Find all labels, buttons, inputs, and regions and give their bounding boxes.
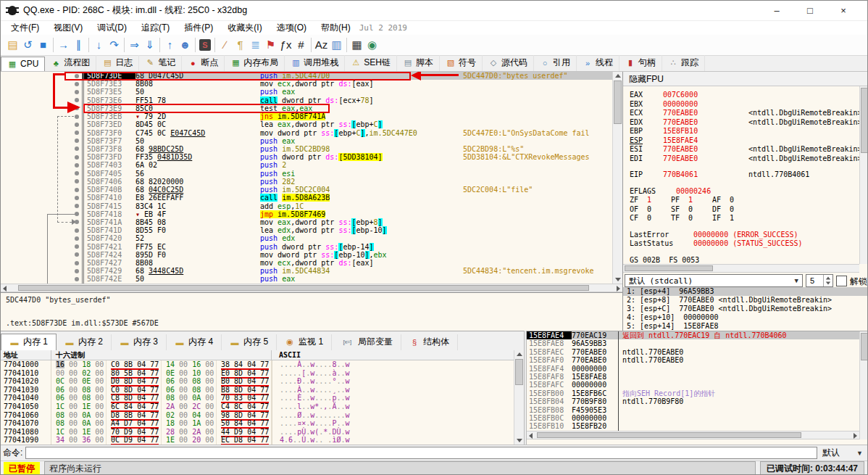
address-cell[interactable]: 5D8F742E: [82, 275, 135, 283]
dump-address-cell[interactable]: 77041050: [1, 402, 51, 411]
dump-bytes-group[interactable]: B0 8D 04 77: [217, 377, 272, 386]
instruction-cell[interactable]: jns im.5D8F741A: [260, 112, 463, 120]
disasm-row[interactable]: 5D8F73E38B08mov ecx,dword ptr ds:[eax]: [1, 80, 612, 88]
register-row[interactable]: EDX770EABE0<ntdll.DbgUiRemoteBreakin>: [630, 118, 859, 128]
dump-bytes-group[interactable]: D0 8D 04 77: [107, 377, 162, 386]
tab-log[interactable]: ▤日志: [96, 55, 139, 71]
bytes-cell[interactable]: 85C0: [135, 104, 260, 112]
stack-value-cell[interactable]: 15E8FB20: [572, 422, 618, 430]
run-to-user-code-icon[interactable]: ⇒: [127, 37, 142, 53]
comment-cell[interactable]: [463, 104, 612, 112]
comment-cell[interactable]: [463, 194, 612, 202]
bytes-cell[interactable]: 6A 02: [135, 161, 260, 169]
stack-address-cell[interactable]: 15E8FAE4: [527, 331, 572, 339]
dump-bytes-group[interactable]: 0C D9 04 77: [107, 436, 162, 445]
menu-item[interactable]: 收藏夹(I): [220, 21, 269, 35]
dump-bytes-group[interactable]: 00 00 02 00: [51, 369, 107, 378]
dump-bytes-group[interactable]: 0C 00 0E 00: [51, 377, 107, 386]
instruction-cell[interactable]: push eax: [260, 137, 463, 145]
comment-cell[interactable]: [463, 112, 612, 120]
attach-icon[interactable]: ☻: [178, 37, 193, 53]
register-row[interactable]: LastError00000000 (ERROR_SUCCESS): [630, 231, 859, 240]
register-row[interactable]: CF0TF0IF1: [630, 214, 859, 223]
register-row[interactable]: EBP15E8FB10: [630, 127, 859, 136]
tab-struct[interactable]: §结构体: [401, 334, 458, 350]
instruction-cell[interactable]: push dword ptr ds:[5DD38104]: [260, 153, 463, 161]
stack-row[interactable]: 15E8FAEC770EABE0ntdll.770EABE0: [527, 348, 859, 356]
disasm-row[interactable]: 5D8F73F868 98BDC25Dpush im.5DC2BD985DC2B…: [1, 145, 612, 153]
bytes-cell[interactable]: 8D45 0C: [135, 120, 260, 128]
breakpoint-dot[interactable]: [75, 139, 79, 143]
dump-bytes-group[interactable]: 2A 00 2C 00: [162, 402, 217, 411]
stack-row[interactable]: 15E8FAF400000000: [527, 365, 859, 373]
dump-address-cell[interactable]: 77041060: [1, 411, 51, 420]
stack-address-cell[interactable]: 15E8FB04: [527, 397, 572, 405]
tab-graph[interactable]: ♣流程图: [45, 55, 96, 71]
address-cell[interactable]: 5D8F73ED: [82, 120, 135, 128]
instruction-cell[interactable]: jmp im.5D8F7469: [260, 210, 463, 218]
dump-bytes-group[interactable]: 34 00 36 00: [51, 436, 107, 445]
dump-row[interactable]: 770410801C 00 1E 0070 D9 04 7728 00 2A 0…: [1, 428, 514, 437]
disasm-row[interactable]: 5D8F74278B08mov ecx,dword ptr ds:[eax]: [1, 259, 612, 267]
registers-vscrollbar[interactable]: [859, 86, 868, 264]
stack-comment-cell[interactable]: 返回到 ntdll.770EAC19 自 ntdll.770B4060: [618, 331, 859, 339]
stack-row[interactable]: 15E8FB04770B9F80ntdll.770B9F80: [527, 397, 859, 405]
disasm-row[interactable]: 5D8F741A8B45 08mov eax,dword ptr ss:[ebp…: [1, 218, 612, 226]
breakpoint-dot[interactable]: [75, 204, 79, 208]
bytes-cell[interactable]: 56: [135, 170, 260, 178]
breakpoint-dot[interactable]: [75, 163, 79, 168]
address-cell[interactable]: 5D8F73E5: [82, 88, 135, 96]
instruction-cell[interactable]: lea edx,dword ptr ss:[ebp-10]: [260, 226, 463, 234]
stack-row[interactable]: 15E8FB0015E8FB6C指向SEH_Record[1]的指针: [527, 389, 859, 397]
stack-value-cell[interactable]: 770EABE0: [572, 356, 618, 364]
bytes-cell[interactable]: 83C4 1C: [135, 202, 260, 210]
dump-row[interactable]: 770410501C 00 1E 006C 84 04 772A 00 2C 0…: [1, 402, 514, 411]
step-over-icon[interactable]: ↷: [107, 37, 122, 53]
bytes-cell[interactable]: 68 3448C45D: [135, 267, 260, 275]
dump-ascii-cell[interactable]: ....À..w....8..w: [272, 360, 514, 369]
register-row[interactable]: GS 002B FS 0053: [630, 256, 859, 265]
register-row[interactable]: ECX770EABE0<ntdll.DbgUiRemoteBreakin>: [630, 109, 859, 118]
disasm-row[interactable]: 5D8F741583C4 1Cadd esp,1C: [1, 202, 612, 210]
tab-cpu[interactable]: ▦CPU: [1, 57, 45, 71]
stack-value-cell[interactable]: 770EAC19: [572, 331, 618, 339]
tab-trace[interactable]: ∴跟踪: [662, 55, 705, 71]
stack-address-cell[interactable]: 15E8FB10: [527, 422, 572, 430]
breakpoint-dot[interactable]: [75, 155, 79, 160]
stack-comment-cell[interactable]: [618, 339, 859, 347]
disasm-row[interactable]: 5D8F73DE68 D047C45Dpush im.5DC447D05DC44…: [1, 72, 612, 80]
bytes-cell[interactable]: FF51 78: [135, 96, 260, 104]
address-cell[interactable]: 5D8F73F0: [82, 129, 135, 137]
disasm-row[interactable]: 5D8F73FDFF35 0481D35Dpush dword ptr ds:[…: [1, 153, 612, 161]
comment-cell[interactable]: [463, 96, 612, 104]
dump-row[interactable]: 7704103006 00 08 00C0 8D 04 7706 00 08 0…: [1, 386, 514, 395]
command-input[interactable]: [25, 447, 817, 459]
stack-value-cell[interactable]: 770EABE0: [572, 348, 618, 356]
breakpoint-dot[interactable]: [75, 90, 79, 94]
instruction-cell[interactable]: add esp,1C: [260, 202, 463, 210]
tab-notes[interactable]: ✎笔记: [139, 55, 182, 71]
dump-ascii-cell[interactable]: ....À..w....¸..w: [272, 386, 514, 395]
minimize-button[interactable]: –: [760, 5, 793, 16]
dump-bytes-group[interactable]: 38 84 04 77: [217, 360, 272, 369]
scroll-up-icon[interactable]: [615, 74, 621, 78]
breakpoint-dot[interactable]: [75, 261, 79, 265]
address-cell[interactable]: 5D8F740B: [82, 186, 135, 194]
bytes-cell[interactable]: 8B08: [135, 80, 260, 88]
comments-icon[interactable]: ¶: [233, 37, 248, 53]
breakpoint-dot[interactable]: [75, 74, 79, 78]
calculator-icon[interactable]: ▦: [349, 37, 364, 53]
command-preset-select[interactable]: 默认 ▼: [820, 447, 865, 459]
tab-dump3[interactable]: ▬内存 3: [112, 334, 167, 350]
bytes-cell[interactable]: 68 04C0C25D: [135, 186, 260, 194]
dump-bytes-group[interactable]: 02 00 04 00: [162, 411, 217, 420]
tab-threads[interactable]: »线程: [577, 55, 619, 71]
breakpoint-dot[interactable]: [75, 228, 79, 233]
dump-bytes-group[interactable]: 98 8D 04 77: [217, 411, 272, 420]
dump-ascii-cell[interactable]: ....Ð..w....°..w: [272, 377, 514, 386]
phone-icon[interactable]: ▥: [329, 37, 344, 53]
stack-row[interactable]: 15E8FB08F45905E3: [527, 406, 859, 414]
bytes-cell[interactable]: FF35 0481D35D: [135, 153, 260, 161]
tab-dump1[interactable]: ▬内存 1: [1, 334, 57, 350]
breakpoint-dot[interactable]: [75, 98, 79, 102]
